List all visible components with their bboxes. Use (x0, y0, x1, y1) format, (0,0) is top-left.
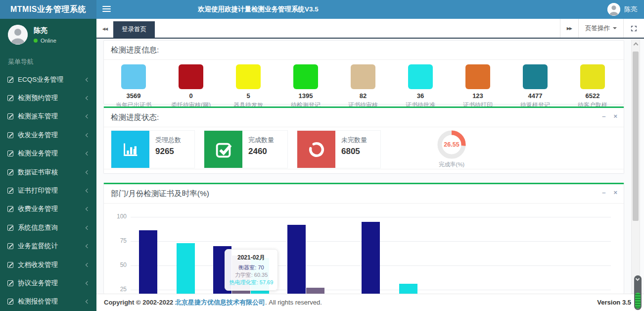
progress-color-box[interactable] (465, 64, 490, 89)
user-avatar-icon (607, 3, 620, 16)
sidebar-item-documents[interactable]: 文档收发管理 (0, 256, 96, 274)
user-avatar-icon (8, 25, 28, 45)
sidebar-item-ecqs[interactable]: ECQS业务管理 (0, 70, 96, 89)
user-status: Online (34, 38, 56, 44)
sidebar-item-label: 检测业务管理 (18, 149, 58, 158)
main-content: 检测进度信息: 3569当年已出证书 0委托待审核(网) 5器具待发放 1395… (96, 39, 644, 294)
status-box-total: 受理总数9265 (111, 130, 195, 168)
y-axis-tick: 100 (108, 213, 127, 220)
scrollbar-up-arrow[interactable] (634, 43, 639, 48)
sidebar-item-label: 检测派车管理 (18, 112, 58, 121)
sidebar-item-label: 检测报价管理 (18, 297, 58, 306)
chevron-left-icon (86, 152, 90, 156)
progress-color-box[interactable] (179, 64, 203, 89)
close-panel-button[interactable]: × (613, 113, 617, 120)
gridline (131, 217, 611, 217)
progress-color-box[interactable] (293, 64, 318, 89)
sidebar-item-cert-print[interactable]: 证书打印管理 (0, 181, 96, 200)
chevron-down-icon (636, 277, 640, 281)
tab-bar: ◀◀ 登录首页 ▶▶ 页签操作 (96, 19, 644, 39)
progress-color-box[interactable] (580, 64, 605, 89)
hamburger-menu-icon[interactable] (102, 6, 111, 12)
edit-icon (7, 299, 13, 305)
tabs-scroll-right-button[interactable]: ▶▶ (560, 19, 578, 38)
progress-color-box[interactable] (121, 64, 146, 89)
header-title: 欢迎使用政捷计量检测业务管理系统V3.5 (198, 0, 319, 19)
progress-value: 6522 (564, 92, 621, 100)
panel-progress-status: 检测进度状态: –× 受理总数9265 (103, 106, 624, 174)
circle-notch-icon (306, 139, 327, 160)
bar-衡器室-2021-04月 (362, 222, 380, 294)
tab-home[interactable]: 登录首页 (113, 21, 155, 38)
collapse-panel-button[interactable]: – (602, 189, 605, 196)
donut-value: 26.55 (437, 130, 466, 159)
y-axis-tick: 25 (108, 286, 127, 293)
progress-value: 5 (220, 92, 277, 100)
edit-icon (7, 132, 13, 138)
bar-热电理化室-2021-01月 (177, 243, 195, 294)
sidebar-item-sysinfo[interactable]: 系统信息查询 (0, 218, 96, 237)
sidebar: 陈亮 Online 菜单导航 ECQS业务管理 检测预约管理 检测派车管理 收发… (0, 19, 96, 311)
progress-color-box[interactable] (523, 64, 548, 89)
chevron-left-icon (86, 114, 90, 118)
sidebar-item-testing[interactable]: 检测业务管理 (0, 145, 96, 163)
collapse-panel-button[interactable]: – (602, 113, 605, 120)
chevron-left-icon (86, 262, 90, 266)
edit-icon (7, 262, 13, 268)
edit-icon (7, 151, 13, 156)
bar-力学室-2021-03月 (306, 288, 324, 294)
panel-footer (104, 169, 624, 173)
edit-icon (7, 77, 13, 83)
header-user-name: 陈亮 (624, 5, 637, 14)
sidebar-item-sendreceive[interactable]: 收发业务管理 (0, 126, 96, 144)
status-box-undone: 未完数量6805 (297, 130, 381, 168)
company-link[interactable]: 北京星捷方优信息技术有限公司 (175, 299, 265, 306)
scroll-widget[interactable] (634, 275, 642, 310)
sidebar-user-name: 陈亮 (34, 26, 56, 35)
chevron-left-icon (86, 244, 90, 248)
bar-衡器室-2021-03月 (287, 225, 306, 294)
progress-color-box[interactable] (351, 64, 375, 89)
sidebar-nav-header: 菜单导航 (0, 52, 96, 70)
progress-color-box[interactable] (236, 64, 261, 89)
sidebar-item-dispatch[interactable]: 检测派车管理 (0, 107, 96, 126)
progress-value: 3569 (105, 92, 162, 100)
panel-title: 检测进度信息: (104, 41, 624, 60)
sidebar-item-quotation[interactable]: 检测报价管理 (0, 293, 96, 311)
edit-icon (7, 188, 13, 194)
progress-value: 4477 (506, 92, 564, 100)
completion-donut: 26.55 完成率(%) (437, 130, 466, 168)
tooltip-line: 热电理化室: 57.69 (227, 279, 276, 286)
scrollbar-thumb[interactable] (633, 52, 639, 221)
green-stripes-grip (635, 293, 641, 309)
progress-value: 82 (334, 92, 392, 100)
app-logo[interactable]: MTMIS业务管理系统 (0, 0, 96, 19)
caret-down-icon (613, 27, 617, 29)
sidebar-item-supervision[interactable]: 业务监督统计 (0, 237, 96, 256)
status-label: 受理总数 (155, 136, 181, 145)
sidebar-item-label: 检测预约管理 (18, 94, 58, 103)
tab-actions-dropdown[interactable]: 页签操作 (578, 19, 623, 38)
vertical-scrollbar[interactable] (631, 40, 640, 294)
edit-icon (7, 95, 13, 101)
sidebar-item-label: ECQS业务管理 (18, 75, 63, 84)
panel-progress-info: 检测进度信息: 3569当年已出证书 0委托待审核(网) 5器具待发放 1395… (103, 40, 624, 104)
copyright-text: Copyright © 2002-2022 (104, 299, 173, 306)
sidebar-item-agreement[interactable]: 协议业务管理 (0, 274, 96, 292)
sidebar-item-appointment[interactable]: 检测预约管理 (0, 89, 96, 107)
fullscreen-button[interactable] (623, 19, 644, 38)
sidebar-item-cert-audit[interactable]: 数据证书审核 (0, 163, 96, 181)
progress-color-box[interactable] (408, 64, 433, 89)
header-user-menu[interactable]: 陈亮 (607, 0, 637, 19)
page-footer: Copyright © 2002-2022 北京星捷方优信息技术有限公司. Al… (96, 294, 644, 311)
sidebar-item-label: 收费业务管理 (18, 205, 58, 213)
chevron-left-icon (86, 77, 90, 81)
progress-item: 6522待客户取样 (564, 64, 621, 109)
close-panel-button[interactable]: × (613, 189, 617, 196)
progress-item: 123证书待打印 (449, 64, 506, 109)
tabs-scroll-left-button[interactable]: ◀◀ (96, 19, 113, 38)
status-value: 2460 (248, 147, 274, 156)
edit-icon (7, 206, 13, 212)
rights-text: . All rights reserved. (265, 299, 322, 306)
sidebar-item-fees[interactable]: 收费业务管理 (0, 200, 96, 218)
